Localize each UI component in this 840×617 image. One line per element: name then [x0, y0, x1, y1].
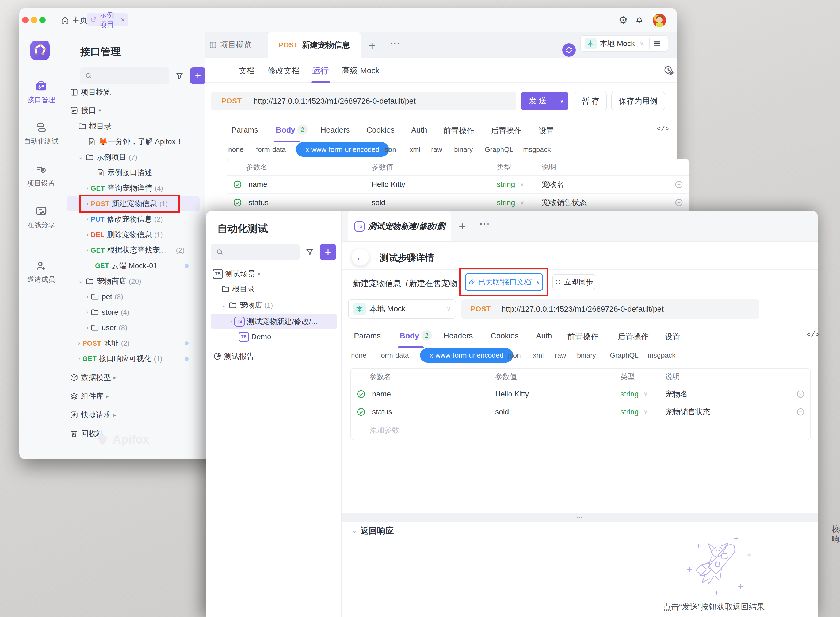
- param-value[interactable]: Hello Kitty: [495, 390, 620, 398]
- reqtab-cookies[interactable]: Cookies: [491, 332, 519, 340]
- param-name[interactable]: status: [248, 198, 269, 207]
- tree-item-pet-store[interactable]: ⌄ 宠物商店 (20): [67, 273, 204, 289]
- reqtab-body[interactable]: Body: [276, 125, 295, 134]
- reqtab-pre[interactable]: 前置操作: [567, 332, 599, 342]
- bodytype-binary[interactable]: binary: [454, 142, 473, 156]
- more-tabs-icon[interactable]: ⋯: [389, 37, 401, 49]
- bodytype-msgpack[interactable]: msgpack: [523, 142, 551, 156]
- send-dropdown-icon[interactable]: ∨: [555, 98, 568, 104]
- tree-item-petshop[interactable]: ⌄ 宠物店 (1): [206, 298, 344, 313]
- tree-item-data-models[interactable]: 数据模型 ▸: [67, 370, 204, 385]
- subtab-run[interactable]: 运行: [312, 65, 328, 76]
- reqtab-post[interactable]: 后置操作: [618, 332, 649, 342]
- env-sync-icon[interactable]: [562, 43, 576, 57]
- history-icon[interactable]: [663, 65, 674, 76]
- remove-row-icon[interactable]: [791, 408, 810, 416]
- tree-item-demo[interactable]: TS Demo: [206, 329, 344, 345]
- reqtab-settings[interactable]: 设置: [665, 332, 680, 342]
- param-type[interactable]: string: [620, 408, 639, 416]
- tab-project-overview[interactable]: 项目概览: [209, 32, 251, 58]
- bodytype-none[interactable]: none: [351, 348, 367, 363]
- param-desc[interactable]: 宠物名: [542, 179, 669, 189]
- tree-item-put-update-pet[interactable]: › PUT 修改宠物信息 (2): [67, 211, 204, 227]
- save-as-case-button[interactable]: 保存为用例: [611, 92, 665, 110]
- param-name[interactable]: name: [248, 180, 267, 189]
- notification-bell-icon[interactable]: [634, 15, 644, 24]
- param-value[interactable]: Hello Kitty: [371, 180, 497, 189]
- tree-item-get-pet-detail[interactable]: › GET 查询宠物详情 (4): [67, 180, 204, 196]
- reqtab-params[interactable]: Params: [231, 125, 258, 134]
- back-button[interactable]: ←: [352, 249, 369, 266]
- code-view-icon[interactable]: </>: [807, 331, 820, 339]
- tree-item-get-visualization[interactable]: › GET 接口响应可视化 (1): [67, 351, 204, 366]
- param-value[interactable]: sold: [495, 408, 620, 416]
- remove-row-icon[interactable]: [669, 198, 689, 207]
- reqtab-headers[interactable]: Headers: [321, 125, 350, 134]
- settings-gear-icon[interactable]: ⚙: [618, 14, 628, 26]
- tree-item-test-scene-selected[interactable]: › TS 测试宠物新建/修改/...: [206, 314, 344, 329]
- bodytype-json[interactable]: json: [383, 142, 396, 156]
- new-tab-icon[interactable]: +: [369, 39, 376, 52]
- bodytype-raw[interactable]: raw: [431, 142, 442, 156]
- bodytype-urlencoded[interactable]: x-www-form-urlencoded: [296, 142, 389, 156]
- bodytype-formdata[interactable]: form-data: [256, 142, 286, 156]
- response-section-header[interactable]: ⌄ 返回响应: [352, 525, 393, 537]
- tab-post-create-pet[interactable]: POST 新建宠物信息: [268, 32, 361, 58]
- bodytype-graphql[interactable]: GraphQL: [610, 348, 639, 363]
- user-avatar[interactable]: [653, 14, 666, 27]
- filter-button[interactable]: [302, 244, 318, 260]
- tree-item-quick-request[interactable]: 快捷请求 ▸: [67, 407, 204, 423]
- more-tabs-icon[interactable]: ⋯: [479, 218, 490, 230]
- environment-select[interactable]: 本 本地 Mock ∨: [580, 35, 668, 52]
- bodytype-binary[interactable]: binary: [577, 348, 596, 363]
- tree-item-components[interactable]: 组件库 ▸: [67, 388, 204, 404]
- send-button[interactable]: 发 送 ∨: [521, 92, 568, 110]
- tree-item-test-scenes[interactable]: TS 测试场景 ▾: [206, 266, 344, 282]
- tree-item-root-folder[interactable]: 根目录: [67, 118, 204, 134]
- param-desc[interactable]: 宠物名: [665, 389, 791, 399]
- tree-item-root[interactable]: 根目录: [206, 281, 344, 297]
- tree-item-del-pet[interactable]: › DEL 删除宠物信息 (1): [67, 227, 204, 242]
- code-view-icon[interactable]: </>: [657, 125, 670, 133]
- bodytype-raw[interactable]: raw: [555, 348, 566, 363]
- remove-row-icon[interactable]: [791, 390, 810, 398]
- param-value[interactable]: sold: [371, 198, 497, 207]
- param-type[interactable]: string: [497, 180, 515, 189]
- check-circle-icon[interactable]: [233, 198, 242, 207]
- reqtab-cookies[interactable]: Cookies: [367, 125, 395, 134]
- tree-item-get-by-status[interactable]: › GET 根据状态查找宠... (2): [67, 242, 204, 258]
- subtab-mock[interactable]: 高级 Mock: [342, 65, 379, 76]
- add-param-row[interactable]: 添加参数: [351, 421, 810, 439]
- tree-item-sample-doc[interactable]: M 示例接口描述: [67, 165, 204, 180]
- reqtab-headers[interactable]: Headers: [444, 332, 473, 340]
- bodytype-none[interactable]: none: [228, 142, 244, 156]
- bodytype-urlencoded[interactable]: x-www-form-urlencoded: [420, 348, 513, 363]
- table-row[interactable]: name Hello Kitty string∨ 宠物名: [227, 176, 689, 193]
- param-name[interactable]: name: [372, 390, 391, 398]
- tree-item-pet-folder[interactable]: › pet (8): [67, 289, 204, 304]
- bodytype-graphql[interactable]: GraphQL: [485, 142, 513, 156]
- check-circle-icon[interactable]: [356, 390, 366, 399]
- new-tab-icon[interactable]: +: [459, 220, 466, 233]
- param-type[interactable]: string: [497, 198, 515, 207]
- splitter-handle[interactable]: ⋯: [342, 513, 818, 522]
- bodytype-formdata[interactable]: form-data: [379, 348, 409, 363]
- table-row[interactable]: status sold string∨ 宠物销售状态: [227, 193, 689, 211]
- bodytype-msgpack[interactable]: msgpack: [648, 348, 676, 363]
- bodytype-xml[interactable]: xml: [410, 142, 420, 156]
- remove-row-icon[interactable]: [669, 180, 689, 189]
- bodytype-xml[interactable]: xml: [533, 348, 544, 363]
- tree-item-doc-intro[interactable]: M 🦊一分钟，了解 Apifox！: [67, 134, 204, 149]
- tree-item-project-overview[interactable]: 项目概览: [67, 84, 204, 100]
- subtab-edit[interactable]: 修改文档: [268, 65, 300, 76]
- param-type[interactable]: string: [620, 390, 639, 398]
- sync-now-button[interactable]: 立即同步: [552, 274, 595, 290]
- reqtab-params[interactable]: Params: [354, 332, 381, 340]
- tree-item-store-folder[interactable]: › store (4): [67, 304, 204, 320]
- reqtab-settings[interactable]: 设置: [538, 125, 554, 136]
- environment-select[interactable]: 本 本地 Mock ∨: [348, 300, 456, 319]
- tree-item-post-address[interactable]: › POST 地址 (2): [67, 335, 204, 351]
- stash-button[interactable]: 暂 存: [575, 92, 607, 110]
- reqtab-pre[interactable]: 前置操作: [443, 125, 474, 136]
- param-desc[interactable]: 宠物销售状态: [665, 407, 791, 417]
